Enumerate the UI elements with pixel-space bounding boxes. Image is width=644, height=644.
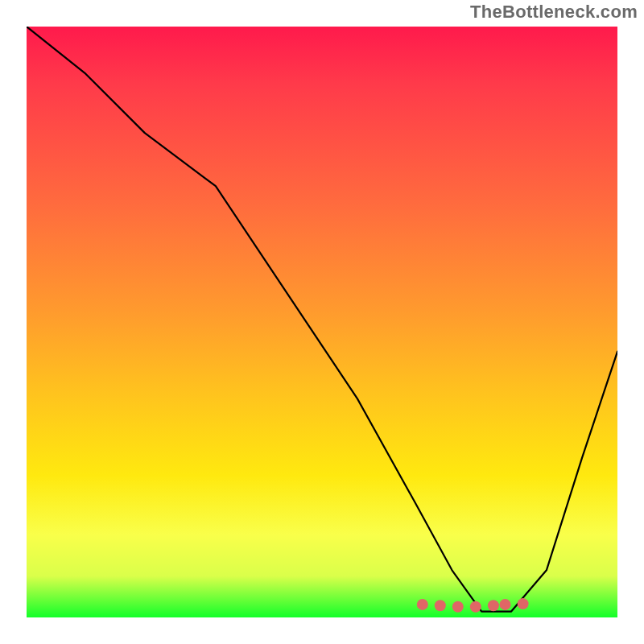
highlight-dot: [452, 601, 464, 613]
highlight-dot: [488, 600, 499, 611]
plot-area: [27, 27, 617, 617]
watermark-label: TheBottleneck.com: [470, 2, 638, 23]
highlight-dot: [470, 601, 481, 613]
highlight-dot: [518, 598, 529, 609]
highlight-dot: [417, 599, 428, 610]
bottleneck-curve: [27, 27, 617, 612]
chart-container: TheBottleneck.com: [0, 0, 644, 644]
highlight-dot: [500, 599, 511, 610]
curve-layer: [27, 27, 617, 617]
highlight-dot: [435, 600, 446, 611]
